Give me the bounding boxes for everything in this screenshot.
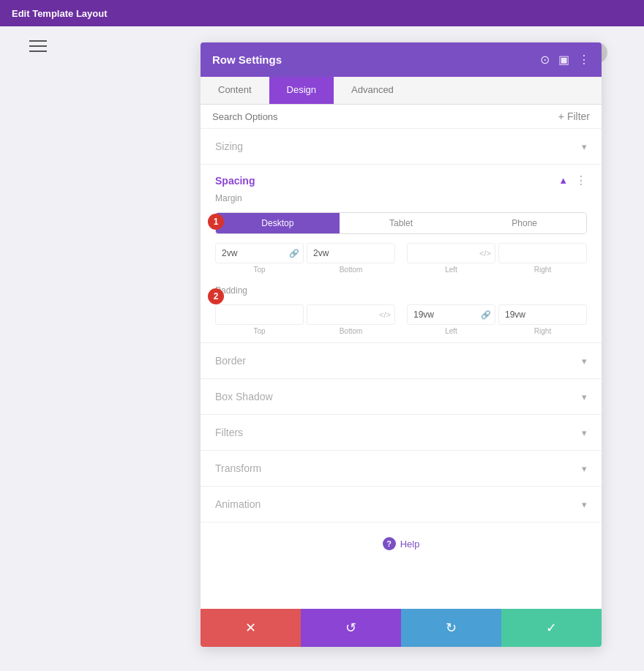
spacing-title[interactable]: Spacing [215, 175, 255, 187]
help-row[interactable]: ? Help [201, 522, 602, 565]
help-label: Help [400, 539, 420, 550]
margin-right-col: Right [498, 243, 587, 274]
margin-device-phone[interactable]: Phone [463, 213, 586, 233]
padding-label: Padding [215, 285, 587, 299]
margin-top-label: Top [215, 266, 304, 274]
padding-fields: Top </> Bottom 🔗 [215, 304, 587, 335]
box-shadow-section: Box Shadow ▾ [201, 379, 602, 415]
help-icon: ? [383, 537, 396, 550]
margin-left-input[interactable] [408, 244, 476, 263]
padding-left-field[interactable]: 🔗 [407, 304, 495, 325]
spacing-section: Spacing ▲ ⋮ 1 Margin Desktop Tablet Phon… [201, 165, 602, 343]
spacing-chevron[interactable]: ▲ [558, 175, 568, 186]
padding-bottom-label: Bottom [307, 327, 395, 335]
margin-bottom-field[interactable] [307, 243, 395, 263]
tab-advanced[interactable]: Advanced [334, 77, 411, 104]
border-title: Border [215, 355, 246, 367]
cancel-button[interactable]: ✕ [201, 609, 301, 647]
margin-bottom-label: Bottom [307, 266, 395, 274]
padding-group: 2 Padding Top </> Bot [215, 285, 587, 335]
undo-button[interactable]: ↺ [301, 609, 401, 647]
margin-device-tabs: Desktop Tablet Phone [215, 212, 587, 234]
filters-chevron: ▾ [582, 427, 587, 438]
animation-chevron: ▾ [582, 499, 587, 510]
top-bar: Edit Template Layout [0, 0, 644, 26]
sizing-section-header[interactable]: Sizing ▾ [201, 129, 602, 164]
margin-badge: 1 [208, 214, 224, 230]
margin-device-tablet[interactable]: Tablet [340, 213, 463, 233]
margin-top-field[interactable]: 🔗 [215, 243, 304, 263]
filters-header[interactable]: Filters ▾ [201, 415, 602, 450]
padding-slash: </> [375, 310, 394, 319]
margin-right-field[interactable] [498, 243, 587, 263]
padding-bottom-col: </> Bottom [307, 304, 395, 335]
transform-header[interactable]: Transform ▾ [201, 451, 602, 486]
redo-button[interactable]: ↻ [401, 609, 501, 647]
margin-right-input[interactable] [499, 244, 586, 263]
box-shadow-header[interactable]: Box Shadow ▾ [201, 379, 602, 414]
search-input[interactable] [212, 111, 558, 122]
margin-left-slash: </> [476, 249, 495, 258]
transform-section: Transform ▾ [201, 451, 602, 487]
spacing-content: 1 Margin Desktop Tablet Phone 🔗 [201, 193, 602, 342]
padding-right-field[interactable] [498, 304, 587, 325]
padding-right-col: Right [498, 304, 587, 335]
margin-top-col: 🔗 Top [215, 243, 304, 274]
padding-top-input[interactable] [216, 305, 303, 324]
row-settings-panel: Row Settings ⊙ ▣ ⋮ Content Design Advanc… [201, 42, 602, 647]
search-bar: + Filter [201, 105, 602, 129]
view-icon[interactable]: ⊙ [540, 53, 550, 67]
margin-bottom-input[interactable] [307, 244, 394, 263]
transform-title: Transform [215, 462, 261, 474]
hamburger-menu[interactable] [29, 40, 47, 52]
box-shadow-chevron: ▾ [582, 391, 587, 402]
panel-title: Row Settings [212, 53, 282, 66]
sizing-chevron: ▾ [582, 141, 587, 152]
border-chevron: ▾ [582, 356, 587, 367]
tab-design[interactable]: Design [269, 77, 334, 104]
margin-right-label: Right [498, 266, 587, 274]
margin-left-field[interactable]: </> [407, 243, 495, 263]
margin-top-input[interactable] [216, 244, 285, 263]
padding-link-icon[interactable]: 🔗 [477, 310, 495, 320]
padding-top-label: Top [215, 327, 304, 335]
padding-badge: 2 [208, 288, 224, 304]
padding-right-input[interactable] [499, 305, 586, 324]
layout-icon[interactable]: ▣ [558, 53, 569, 67]
border-section-header[interactable]: Border ▾ [201, 343, 602, 378]
filters-section: Filters ▾ [201, 415, 602, 451]
padding-bottom-field[interactable]: </> [307, 304, 395, 325]
margin-fields: 🔗 Top Bottom [215, 243, 587, 274]
panel-tabs: Content Design Advanced [201, 77, 602, 105]
spacing-more-icon[interactable]: ⋮ [575, 173, 587, 187]
animation-header[interactable]: Animation ▾ [201, 487, 602, 522]
sizing-title: Sizing [215, 140, 243, 152]
margin-left-col: </> Left [407, 243, 495, 274]
sizing-section: Sizing ▾ [201, 129, 602, 165]
confirm-button[interactable]: ✓ [501, 609, 602, 647]
filters-title: Filters [215, 427, 243, 438]
margin-bottom-col: Bottom [307, 243, 395, 274]
padding-top-col: Top [215, 304, 304, 335]
animation-section: Animation ▾ [201, 487, 602, 522]
margin-link-icon[interactable]: 🔗 [285, 249, 303, 258]
padding-left-input[interactable] [408, 305, 477, 324]
padding-top-field[interactable] [215, 304, 304, 325]
margin-left-label: Left [407, 266, 495, 274]
top-bar-title: Edit Template Layout [12, 8, 108, 19]
margin-label: Margin [215, 193, 587, 206]
border-section: Border ▾ [201, 343, 602, 379]
transform-chevron: ▾ [582, 463, 587, 474]
spacer [201, 565, 602, 609]
more-icon[interactable]: ⋮ [578, 53, 590, 67]
padding-left-label: Left [407, 327, 495, 335]
panel-header: Row Settings ⊙ ▣ ⋮ [201, 42, 602, 77]
margin-device-desktop[interactable]: Desktop [216, 213, 340, 233]
panel-header-icons: ⊙ ▣ ⋮ [540, 53, 590, 67]
margin-group: 1 Margin Desktop Tablet Phone 🔗 [215, 193, 587, 274]
spacing-header-row: Spacing ▲ ⋮ [201, 165, 602, 193]
padding-left-col: 🔗 Left [407, 304, 495, 335]
tab-content[interactable]: Content [201, 77, 269, 104]
filter-button[interactable]: + Filter [558, 110, 590, 122]
padding-bottom-input[interactable] [307, 305, 375, 324]
